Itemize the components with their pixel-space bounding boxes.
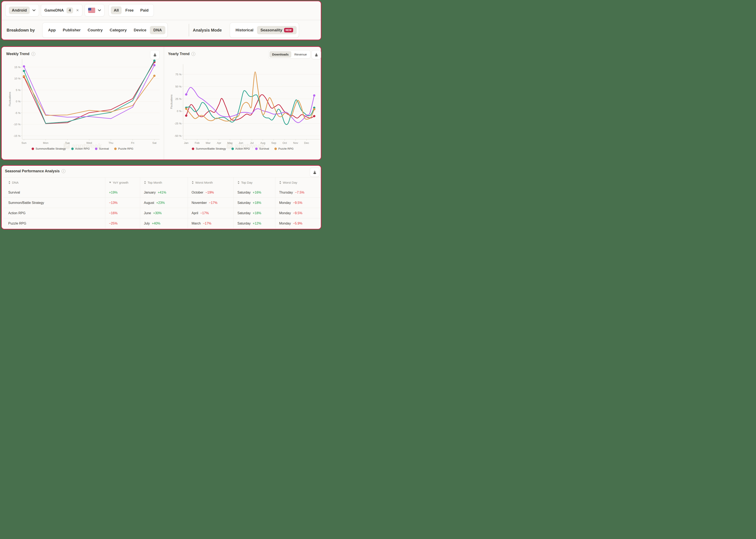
cell-top-month: January+41% [140,188,188,197]
worst_day-name: Thursday [279,191,293,194]
cell-worst-month: October−19% [188,188,233,197]
legend-item-puzzle-rpg: Puzzle RPG [114,147,133,150]
legend-item-survival: Survival [95,147,109,150]
column-header-worst-day[interactable]: Worst Day [275,178,320,188]
column-header-dna[interactable]: DNA [3,178,105,188]
worst_day-name: Monday [279,211,291,215]
top_day-value: +12% [253,222,261,225]
legend-dot [32,148,34,150]
price-filter: AllFreePaid [109,4,154,17]
info-icon[interactable]: i [32,52,35,56]
svg-text:Fri: Fri [131,141,134,144]
tab-device[interactable]: Device [130,26,150,34]
column-label: Top Day [241,181,252,184]
analysis-mode-label: Analysis Mode [193,28,222,33]
tab-publisher[interactable]: Publisher [59,26,84,34]
toggle-revenue[interactable]: Revenue [292,51,309,57]
legend-label: Survival [99,147,109,150]
chevron-down-icon [98,9,101,11]
yoy-value: +19% [109,191,118,194]
svg-text:-50 %: -50 % [174,134,182,137]
info-icon[interactable]: i [61,169,65,173]
worst_month-name: November [192,201,207,205]
gamedna-filter[interactable]: GameDNA 4 × [41,4,82,17]
cell-top-month: August+23% [140,198,188,208]
tab-app[interactable]: App [44,26,59,34]
yoy-value: −25% [109,222,118,225]
dna-count-badge: 4 [66,7,73,13]
download-table-button[interactable] [310,168,319,177]
yearly-trend-title: Yearly Trend [168,52,190,56]
legend-label: Action RPG [235,147,250,150]
cell-worst-day: Monday−9.5% [275,208,320,218]
svg-text:Jun: Jun [239,141,243,144]
svg-text:5 %: 5 % [16,89,21,92]
toggle-downloads[interactable]: Downloads [269,51,291,57]
column-label: YoY growth [113,181,128,184]
svg-text:15 %: 15 % [14,66,21,69]
download-icon [312,170,317,175]
cell-worst-day: Thursday−7.5% [275,188,320,197]
column-header-top-day[interactable]: Top Day [233,178,275,188]
country-dropdown[interactable] [85,4,105,17]
column-header-top-month[interactable]: Top Month [140,178,188,188]
cell-worst-month: March−17% [188,218,233,228]
top_day-value: +16% [253,191,261,194]
tab-category[interactable]: Category [106,26,130,34]
worst_month-name: April [192,211,198,215]
legend-label: Puzzle RPG [278,147,294,150]
cell-yoy-growth: −13% [105,198,140,208]
legend-item-summon-battle-strategy: Summon/Battle Strategy [32,147,66,150]
cell-worst-day: Monday−5.9% [275,218,320,228]
tab-historical[interactable]: Historical [232,26,257,34]
cell-yoy-growth: +19% [105,188,140,197]
filter-row-divider [2,20,321,20]
price-option-free[interactable]: Free [123,6,136,14]
legend-label: Summon/Battle Strategy [36,147,66,150]
filter-card: Android GameDNA 4 × [1,1,321,40]
table-row: Puzzle RPG−25%July+40%March−17%Saturday+… [3,218,320,228]
tab-dna[interactable]: DNA [150,26,165,34]
worst_day-value: −9.5% [293,201,302,205]
top_month-value: +40% [152,222,160,225]
cell-worst-month: April−17% [188,208,233,218]
cell-worst-month: November−17% [188,198,233,208]
column-header-worst-month[interactable]: Worst Month [188,178,233,188]
top_month-value: +23% [156,201,165,205]
legend-item-summon-battle-strategy: Summon/Battle Strategy [192,147,226,150]
cell-top-day: Saturday+18% [233,198,275,208]
tab-seasonality[interactable]: SeasonalityNEW [257,26,297,34]
price-option-paid[interactable]: Paid [137,6,151,14]
column-label: Worst Month [195,181,213,184]
info-icon[interactable]: i [191,52,195,56]
table-row: Action RPG−16%June+30%April−17%Saturday+… [3,208,320,218]
price-option-all[interactable]: All [111,6,122,14]
legend-dot [255,148,258,150]
svg-text:Jan: Jan [184,141,189,144]
cell-dna: Action RPG [3,208,105,218]
close-icon[interactable]: × [76,8,79,13]
tab-country[interactable]: Country [84,26,106,34]
column-header-yoy-growth[interactable]: YoY growth [105,178,140,188]
worst_month-name: October [192,191,203,194]
platform-dropdown[interactable]: Android [5,4,39,17]
apptweak-seasonality-dashboard: Android GameDNA 4 × [0,0,324,231]
svg-text:Apr: Apr [217,141,221,144]
table-header: Seasonal Performance Analysis i [5,169,65,173]
svg-text:Dec: Dec [304,141,309,144]
svg-text:Feb: Feb [195,141,200,144]
top_day-name: Saturday [237,201,251,205]
worst_month-value: −17% [209,201,217,205]
sort-icon [192,181,194,184]
top_month-value: +41% [158,191,166,194]
svg-text:Nov: Nov [293,141,298,144]
chevron-down-icon [33,9,36,11]
svg-text:0 %: 0 % [16,100,21,103]
table-title: Seasonal Performance Analysis [5,169,60,173]
column-label: Worst Day [283,181,297,184]
table-body: Survival+19%January+41%October−19%Saturd… [3,188,320,228]
svg-text:Fluctuations: Fluctuations [8,92,11,106]
download-weekly-button[interactable] [150,50,160,59]
download-yearly-button[interactable] [311,50,321,59]
column-label: DNA [12,181,19,184]
